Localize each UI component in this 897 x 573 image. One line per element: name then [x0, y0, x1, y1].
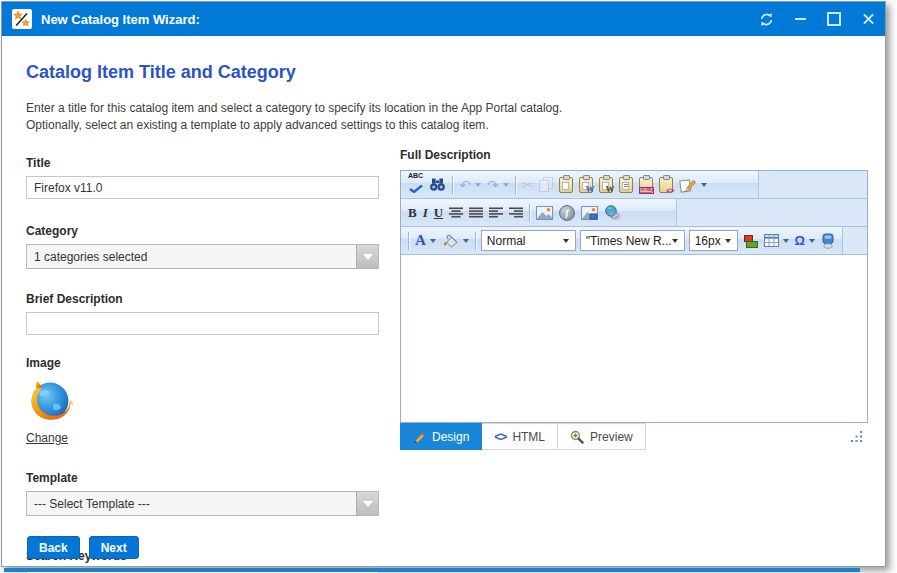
find-button[interactable] — [427, 174, 448, 196]
chevron-down-icon — [363, 501, 373, 507]
tab-html-label: HTML — [512, 430, 545, 444]
editor-content-area[interactable] — [401, 255, 867, 422]
media-manager-button[interactable] — [819, 230, 837, 252]
tab-html[interactable]: <> HTML — [482, 423, 558, 450]
insert-symbol-button[interactable]: Ω — [793, 230, 817, 252]
back-button[interactable]: Back — [27, 536, 80, 559]
insert-flash-icon: f — [559, 205, 575, 221]
toolbar-separator — [529, 204, 530, 222]
font-size-select[interactable]: 16px — [689, 230, 738, 251]
template-field-group: Template --- Select Template --- — [26, 471, 379, 516]
title-field-group: Title — [26, 156, 379, 199]
spellcheck-button[interactable]: ABC — [406, 174, 425, 196]
resize-grip-dots — [860, 431, 863, 434]
find-icon — [429, 177, 446, 192]
justify-button[interactable] — [467, 202, 485, 224]
chevron-down-icon — [783, 239, 789, 243]
firefox-logo — [26, 376, 74, 424]
category-dropdown[interactable]: 1 categories selected — [26, 244, 379, 269]
background-color-icon — [442, 234, 459, 248]
paste-special-icon: <> — [659, 177, 673, 193]
align-center-button[interactable] — [447, 202, 465, 224]
refresh-button[interactable] — [749, 2, 783, 36]
italic-button[interactable]: I — [421, 202, 430, 224]
image-field-group: Image — [26, 356, 379, 446]
format-stripper-button[interactable] — [677, 174, 709, 196]
media-manager-icon — [821, 233, 835, 249]
undo-button[interactable]: ↶ — [457, 174, 483, 196]
paste-from-word-button[interactable]: W — [577, 174, 595, 196]
change-image-link[interactable]: Change — [26, 431, 68, 445]
title-input[interactable] — [26, 176, 379, 199]
bold-button[interactable]: B — [406, 202, 419, 224]
chevron-down-icon — [725, 239, 731, 243]
editor-resize-grip[interactable] — [850, 431, 862, 443]
paste-from-word-nostyle-button[interactable]: W — [597, 174, 615, 196]
chevron-down-icon — [701, 183, 707, 187]
titlebar[interactable]: New Catalog Item Wizard: — [2, 2, 885, 36]
undo-icon: ↶ — [459, 178, 471, 192]
redo-button[interactable]: ↷ — [485, 174, 511, 196]
chevron-down-icon — [672, 239, 678, 243]
cut-icon: ✂ — [522, 178, 534, 192]
tab-design[interactable]: Design — [400, 423, 482, 450]
align-left-button[interactable] — [487, 202, 505, 224]
paste-plain-text-icon — [619, 177, 633, 193]
window-controls — [749, 2, 885, 36]
window-title: New Catalog Item Wizard: — [41, 12, 200, 27]
template-dropdown[interactable]: --- Select Template --- — [26, 491, 379, 516]
minimize-button[interactable] — [783, 2, 817, 36]
insert-image-button[interactable] — [534, 202, 555, 224]
tab-preview[interactable]: Preview — [558, 423, 646, 450]
toolbar-separator — [452, 176, 453, 194]
minimize-icon — [795, 18, 806, 20]
insert-flash-button[interactable]: f — [557, 202, 577, 224]
refresh-icon — [759, 12, 774, 27]
tab-design-label: Design — [432, 430, 469, 444]
paste-as-html-button[interactable]: HTML — [637, 174, 655, 196]
paste-from-word-nostyle-icon: W — [599, 177, 613, 193]
pencil-icon — [413, 430, 426, 443]
chevron-down-icon — [363, 254, 373, 260]
align-right-icon — [509, 207, 523, 218]
font-color-button[interactable]: A — [413, 230, 438, 252]
image-map-button[interactable] — [579, 202, 600, 224]
align-right-button[interactable] — [507, 202, 525, 224]
insert-table-button[interactable] — [762, 230, 791, 252]
toolbar-separator — [515, 176, 516, 194]
underline-button[interactable]: U — [432, 202, 445, 224]
copy-button[interactable] — [537, 174, 555, 196]
chevron-down-icon — [463, 239, 469, 243]
align-left-icon — [489, 207, 503, 218]
paste-special-button[interactable]: <> — [657, 174, 675, 196]
close-button[interactable] — [851, 2, 885, 36]
wizard-stars-icon — [12, 9, 32, 29]
paste-icon — [559, 177, 573, 193]
paste-plain-text-button[interactable] — [617, 174, 635, 196]
brief-description-input[interactable] — [26, 312, 379, 335]
wizard-footer: Back Next — [27, 536, 139, 559]
paragraph-style-select[interactable]: Normal — [481, 230, 576, 251]
css-class-button[interactable] — [741, 230, 760, 252]
maximize-button[interactable] — [817, 2, 851, 36]
css-class-icon — [743, 234, 758, 248]
brief-description-field-group: Brief Description — [26, 292, 379, 335]
editor-column: Full Description ABC — [400, 148, 868, 450]
font-name-select[interactable]: "Times New R... — [580, 230, 685, 251]
font-size-value: 16px — [695, 234, 721, 248]
paste-button[interactable] — [557, 174, 575, 196]
toolbar-separator — [408, 232, 409, 250]
intro-text: Enter a title for this catalog item and … — [26, 100, 885, 134]
maximize-icon — [827, 12, 841, 26]
rich-text-editor: ABC — [400, 170, 868, 423]
template-value: --- Select Template --- — [27, 492, 356, 515]
template-dropdown-button[interactable] — [356, 492, 378, 515]
insert-symbol-icon: Ω — [795, 234, 805, 247]
background-color-button[interactable] — [440, 230, 471, 252]
hyperlink-manager-button[interactable] — [602, 202, 623, 224]
next-button[interactable]: Next — [89, 536, 139, 559]
category-dropdown-button[interactable] — [356, 245, 378, 268]
cut-button[interactable]: ✂ — [520, 174, 536, 196]
justify-icon — [469, 207, 483, 218]
category-field-group: Category 1 categories selected — [26, 224, 379, 269]
